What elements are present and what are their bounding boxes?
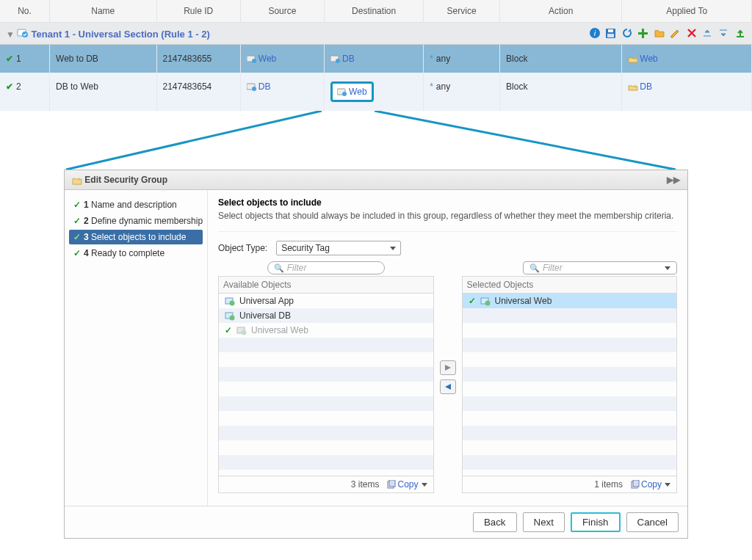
svg-point-16 (342, 92, 347, 96)
rule-id: 2147483655 (156, 45, 240, 73)
rule-row[interactable]: ✔1 Web to DB 2147483655 Web DB *any Bloc… (0, 45, 752, 73)
svg-rect-8 (638, 32, 648, 34)
security-tag-icon (480, 296, 491, 306)
list-item[interactable]: ✓ Universal Web (219, 323, 433, 338)
rule-id: 2147483654 (156, 73, 240, 111)
col-no[interactable]: No. (0, 0, 50, 23)
svg-point-10 (252, 59, 256, 63)
rule-appliedto[interactable]: Web (622, 45, 752, 73)
svg-line-18 (375, 111, 676, 170)
dialog-expand-icon[interactable]: ▶▶ (667, 175, 680, 185)
list-item[interactable]: Universal App (219, 294, 433, 308)
section-header-row[interactable]: ▼ Tenant 1 - Universal Section (Rule 1 -… (0, 23, 752, 45)
copy-available-button[interactable]: Copy (386, 479, 427, 490)
info-icon[interactable]: i (589, 27, 601, 39)
selected-objects-list[interactable]: ✓ Universal Web (462, 293, 678, 476)
svg-rect-26 (389, 480, 395, 487)
wizard-steps: ✓1 Name and description ✓2 Define dynami… (65, 190, 208, 506)
col-appliedto[interactable]: Applied To (622, 0, 752, 23)
svg-point-22 (230, 316, 235, 321)
add-to-selected-button[interactable] (440, 360, 456, 375)
cancel-button[interactable]: Cancel (626, 512, 679, 532)
col-service[interactable]: Service (424, 0, 500, 23)
edit-icon[interactable] (670, 27, 682, 39)
edit-security-group-dialog: Edit Security Group ▶▶ ✓1 Name and descr… (64, 170, 688, 539)
svg-point-12 (336, 59, 340, 63)
rule-destination[interactable]: Web (325, 73, 424, 111)
svg-point-24 (242, 330, 247, 335)
svg-line-17 (66, 111, 322, 170)
available-objects-header: Available Objects (218, 276, 434, 293)
svg-point-28 (485, 301, 490, 306)
available-objects-list[interactable]: Universal App Universal DB ✓ Universal W… (218, 293, 434, 476)
rule-action[interactable]: Block (500, 73, 622, 111)
folder-icon[interactable] (654, 27, 665, 39)
security-tag-icon (225, 310, 235, 321)
security-tag-icon (225, 296, 235, 306)
selected-objects-header: Selected Objects (462, 276, 678, 293)
col-ruleid[interactable]: Rule ID (156, 0, 240, 23)
remove-from-selected-button[interactable] (440, 379, 456, 394)
delete-icon[interactable] (686, 27, 698, 39)
wizard-step-2[interactable]: ✓2 Define dynamic membership (69, 214, 203, 228)
dialog-icon (72, 175, 82, 185)
section-icon (17, 29, 31, 40)
col-name[interactable]: Name (50, 0, 156, 23)
next-button[interactable]: Next (523, 512, 565, 532)
available-filter-input[interactable]: 🔍 Filter (267, 261, 385, 274)
search-icon: 🔍 (274, 263, 284, 273)
dialog-title: Edit Security Group (84, 175, 167, 185)
firewall-rules-table: No. Name Rule ID Source Destination Serv… (0, 0, 752, 111)
rule-row[interactable]: ✔2 DB to Web 2147483654 DB Web *any Bloc… (0, 73, 752, 111)
selected-filter-input[interactable]: 🔍Filter (523, 261, 677, 274)
rule-no: ✔1 (0, 45, 50, 73)
col-source[interactable]: Source (240, 0, 324, 23)
search-icon: 🔍 (529, 263, 540, 272)
collapse-icon[interactable]: ▼ (6, 29, 15, 40)
object-type-label: Object Type: (218, 243, 267, 253)
section-title: Tenant 1 - Universal Section (Rule 1 - 2… (32, 29, 210, 40)
move-down-icon[interactable] (718, 27, 730, 39)
callout-connector (0, 111, 752, 170)
col-destination[interactable]: Destination (325, 0, 424, 23)
svg-rect-5 (608, 29, 613, 32)
rule-service[interactable]: *any (424, 45, 500, 73)
wizard-heading: Select objects to include (218, 197, 677, 208)
export-icon[interactable] (734, 27, 746, 39)
refresh-icon[interactable] (621, 27, 633, 39)
wizard-subtext: Select objects that should always be inc… (218, 211, 677, 221)
rule-action[interactable]: Block (500, 45, 622, 73)
copy-selected-button[interactable]: Copy (630, 479, 670, 490)
available-count: 3 items (351, 479, 380, 490)
move-up-icon[interactable] (702, 27, 714, 39)
security-tag-icon (236, 325, 247, 335)
selected-count: 1 items (594, 479, 623, 490)
list-item[interactable]: ✓ Universal Web (463, 294, 677, 308)
wizard-step-1[interactable]: ✓1 Name and description (69, 197, 203, 212)
col-action[interactable]: Action (500, 0, 622, 23)
rule-source[interactable]: Web (240, 45, 324, 73)
wizard-step-4[interactable]: ✓4 Ready to complete (69, 246, 203, 261)
wizard-step-3[interactable]: ✓3 Select objects to include (69, 230, 203, 244)
svg-point-20 (230, 301, 235, 306)
rule-name: DB to Web (50, 73, 156, 111)
rule-name: Web to DB (50, 45, 156, 73)
back-button[interactable]: Back (473, 512, 517, 532)
list-item[interactable]: Universal DB (219, 308, 433, 323)
finish-button[interactable]: Finish (571, 512, 621, 532)
rule-destination[interactable]: DB (325, 45, 424, 73)
svg-point-14 (252, 87, 256, 91)
rule-service[interactable]: *any (424, 73, 500, 111)
svg-rect-30 (633, 480, 639, 487)
object-type-select[interactable]: Security Tag (276, 241, 401, 255)
rule-no: ✔2 (0, 73, 50, 111)
save-icon[interactable] (605, 27, 617, 39)
rule-source[interactable]: DB (240, 73, 324, 111)
svg-rect-6 (607, 34, 614, 37)
add-icon[interactable] (637, 27, 649, 39)
rule-appliedto[interactable]: DB (622, 73, 752, 111)
